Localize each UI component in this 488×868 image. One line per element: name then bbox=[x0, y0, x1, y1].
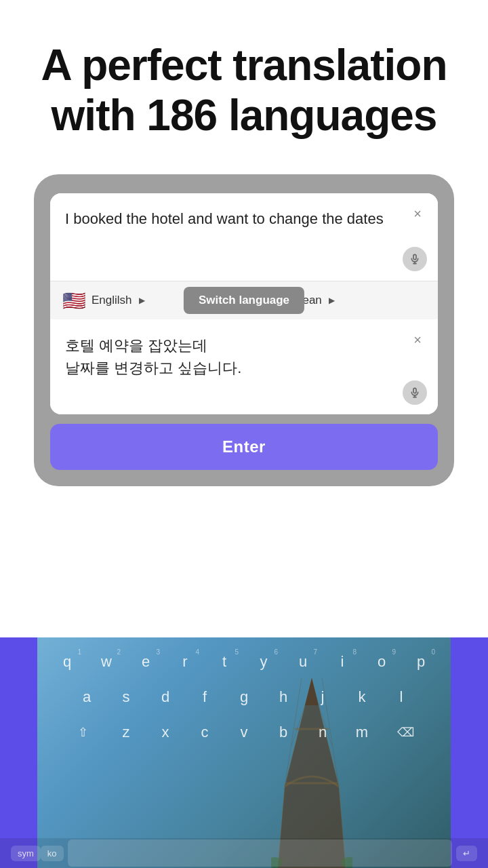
key-l[interactable]: l bbox=[382, 679, 421, 715]
source-flag: 🇺🇸 bbox=[62, 290, 86, 312]
phone-mockup: I booked the hotel and want to change th… bbox=[34, 174, 454, 486]
key-b[interactable]: b bbox=[264, 715, 303, 750]
key-t[interactable]: 5t bbox=[205, 644, 244, 679]
keyboard-row-3: ⇧ z x c v b n m ⌫ bbox=[0, 715, 488, 750]
language-switcher-row: 🇺🇸 Englilsh ▶ Switch language 🇰🇷 Korean … bbox=[50, 281, 438, 319]
key-s[interactable]: s bbox=[106, 679, 146, 715]
key-shift[interactable]: ⇧ bbox=[59, 715, 106, 750]
mic-icon-bottom bbox=[409, 387, 420, 398]
keyboard-area: 1q 2w 3e 4r 5t 6y 7u 8i 9o 0p a s d f g … bbox=[0, 637, 488, 868]
keyboard-return-button[interactable]: ↵ bbox=[456, 846, 477, 861]
translated-text-box: 호텔 예약을 잡았는데날짜를 변경하고 싶습니다. × bbox=[50, 319, 438, 414]
target-lang-chevron-icon: ▶ bbox=[329, 296, 335, 305]
svg-rect-3 bbox=[413, 389, 416, 393]
source-close-button[interactable]: × bbox=[408, 204, 427, 223]
page-title: A perfect translation with 186 languages bbox=[27, 41, 461, 140]
key-v[interactable]: v bbox=[224, 715, 264, 750]
key-o[interactable]: 9o bbox=[362, 644, 401, 679]
keyboard-rows: 1q 2w 3e 4r 5t 6y 7u 8i 9o 0p a s d f g … bbox=[0, 637, 488, 750]
key-p[interactable]: 0p bbox=[401, 644, 441, 679]
key-w[interactable]: 2w bbox=[87, 644, 126, 679]
key-h[interactable]: h bbox=[264, 679, 303, 715]
key-e[interactable]: 3e bbox=[126, 644, 165, 679]
key-q[interactable]: 1q bbox=[47, 644, 87, 679]
key-backspace[interactable]: ⌫ bbox=[382, 715, 429, 750]
key-c[interactable]: c bbox=[185, 715, 224, 750]
key-z[interactable]: z bbox=[106, 715, 146, 750]
translated-mic-button[interactable] bbox=[403, 380, 427, 405]
translation-card: I booked the hotel and want to change th… bbox=[50, 193, 438, 414]
key-u[interactable]: 7u bbox=[283, 644, 323, 679]
svg-rect-0 bbox=[413, 255, 416, 260]
source-mic-button[interactable] bbox=[403, 247, 427, 271]
keyboard-lang-button[interactable]: ko bbox=[41, 846, 64, 861]
switch-language-button[interactable]: Switch language bbox=[184, 287, 304, 314]
header-section: A perfect translation with 186 languages bbox=[0, 0, 488, 161]
mic-icon bbox=[409, 254, 420, 264]
key-x[interactable]: x bbox=[146, 715, 185, 750]
keyboard-row-2: a s d f g h j k l bbox=[0, 679, 488, 715]
keyboard-sym-button[interactable]: sym bbox=[11, 846, 41, 861]
enter-button[interactable]: Enter bbox=[50, 424, 438, 470]
keyboard-bottom-bar: sym ko ↵ bbox=[0, 838, 488, 868]
source-text: I booked the hotel and want to change th… bbox=[65, 208, 423, 230]
key-i[interactable]: 8i bbox=[323, 644, 362, 679]
source-language-name: Englilsh bbox=[92, 294, 132, 307]
key-j[interactable]: j bbox=[303, 679, 342, 715]
key-k[interactable]: k bbox=[342, 679, 382, 715]
translated-close-button[interactable]: × bbox=[408, 330, 427, 349]
key-a[interactable]: a bbox=[67, 679, 106, 715]
keyboard-space-key[interactable] bbox=[68, 840, 452, 867]
translated-text: 호텔 예약을 잡았는데날짜를 변경하고 싶습니다. bbox=[65, 334, 423, 379]
key-d[interactable]: d bbox=[146, 679, 185, 715]
source-lang-chevron-icon: ▶ bbox=[139, 296, 145, 305]
key-g[interactable]: g bbox=[224, 679, 264, 715]
key-n[interactable]: n bbox=[303, 715, 342, 750]
source-text-box: I booked the hotel and want to change th… bbox=[50, 193, 438, 281]
keyboard-overlay: 1q 2w 3e 4r 5t 6y 7u 8i 9o 0p a s d f g … bbox=[0, 637, 488, 868]
key-y[interactable]: 6y bbox=[244, 644, 283, 679]
key-m[interactable]: m bbox=[342, 715, 382, 750]
key-r[interactable]: 4r bbox=[165, 644, 205, 679]
key-f[interactable]: f bbox=[185, 679, 224, 715]
keyboard-row-1: 1q 2w 3e 4r 5t 6y 7u 8i 9o 0p bbox=[0, 644, 488, 679]
